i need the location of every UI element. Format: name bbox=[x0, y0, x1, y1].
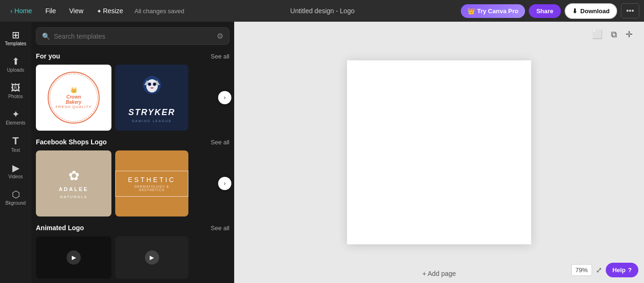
videos-icon: ▶ bbox=[12, 163, 19, 173]
resize-icon: ✦ bbox=[97, 8, 103, 15]
templates-icon: ⊞ bbox=[12, 30, 20, 40]
animated-logo-see-all[interactable]: See all bbox=[211, 225, 229, 232]
stryker-sub: GAMING LEAGUE bbox=[132, 119, 172, 123]
esthetic-sub: dermatology & aesthetics bbox=[125, 185, 178, 191]
animated-logo-title: Animated Logo bbox=[36, 224, 84, 232]
adalee-flower-icon: ✿ bbox=[68, 168, 79, 183]
facebook-shops-row: ✿ ADALEE NATURALS ESTHETIC dermatology &… bbox=[36, 150, 229, 216]
crown-bakery-text1: CrownBakery bbox=[66, 94, 81, 105]
help-button[interactable]: Help ? bbox=[606, 263, 638, 277]
canvas-area: ⬜ ⧉ ✛ + Add page 79% ⤢ Help ? bbox=[234, 22, 644, 283]
play-icon-2: ▶ bbox=[145, 250, 159, 265]
for-you-title: For you bbox=[36, 52, 60, 60]
design-title: Untitled design - Logo bbox=[186, 7, 458, 15]
sidebar-item-templates[interactable]: ⊞ Templates bbox=[1, 25, 30, 51]
search-input[interactable] bbox=[54, 33, 213, 40]
fullscreen-button[interactable]: ⤢ bbox=[596, 266, 602, 275]
facebook-shops-see-all[interactable]: See all bbox=[211, 139, 229, 146]
adalee-text2: NATURALS bbox=[60, 195, 87, 199]
zoom-level[interactable]: 79% bbox=[571, 264, 592, 276]
uploads-icon: ⬆ bbox=[12, 57, 20, 66]
for-you-row: 👑 CrownBakery FRESH QUALITY bbox=[36, 65, 229, 131]
template-card-crown-bakery[interactable]: 👑 CrownBakery FRESH QUALITY bbox=[36, 65, 111, 131]
animated-logo-row: ▶ ▶ bbox=[36, 236, 229, 279]
for-you-next-button[interactable]: › bbox=[218, 91, 231, 104]
search-icon: 🔍 bbox=[42, 33, 50, 40]
navbar: ‹ Home File View ✦ Resize All changes sa… bbox=[0, 0, 644, 22]
canvas-tool-1[interactable]: ⬜ bbox=[590, 27, 604, 42]
facebook-shops-next-button[interactable]: › bbox=[218, 177, 231, 190]
search-bar: 🔍 ⚙ bbox=[36, 27, 229, 45]
chevron-left-icon: ‹ bbox=[10, 7, 13, 15]
text-icon: T bbox=[12, 136, 18, 146]
bottom-controls: 79% ⤢ Help ? bbox=[571, 263, 638, 277]
download-button[interactable]: ⬇ Download bbox=[565, 3, 617, 19]
template-card-stryker[interactable]: STRYKER GAMING LEAGUE bbox=[115, 65, 188, 131]
nav-actions: 👑 Try Canva Pro Share ⬇ Download ••• bbox=[461, 3, 640, 19]
share-button[interactable]: Share bbox=[529, 4, 561, 18]
play-icon-1: ▶ bbox=[67, 250, 81, 265]
add-page-button[interactable]: + Add page bbox=[422, 270, 456, 277]
facebook-shops-section-header: Facebook Shops Logo See all bbox=[36, 138, 229, 146]
nav-resize[interactable]: ✦ Resize bbox=[91, 4, 129, 17]
sidebar-item-videos[interactable]: ▶ Videos bbox=[1, 158, 30, 184]
for-you-section-header: For you See all bbox=[36, 52, 229, 60]
nav-file[interactable]: File bbox=[40, 4, 62, 17]
svg-point-1 bbox=[146, 79, 158, 92]
template-card-anim1[interactable]: ▶ bbox=[36, 236, 111, 279]
crown-bakery-design: 👑 CrownBakery FRESH QUALITY bbox=[48, 72, 100, 124]
nav-view[interactable]: View bbox=[63, 4, 89, 17]
animated-logo-section-header: Animated Logo See all bbox=[36, 224, 229, 232]
template-card-esthetic[interactable]: ESTHETIC dermatology & aesthetics bbox=[115, 150, 188, 216]
templates-panel: 🔍 ⚙ For you See all 👑 CrownBakery FRESH … bbox=[31, 22, 234, 283]
elements-icon: ✦ bbox=[12, 109, 20, 119]
photos-icon: 🖼 bbox=[11, 83, 20, 92]
sidebar-item-background[interactable]: ⬡ Bkground bbox=[1, 185, 30, 210]
help-question-icon: ? bbox=[628, 266, 632, 274]
sidebar-item-uploads[interactable]: ⬆ Uploads bbox=[1, 52, 30, 77]
nav-home[interactable]: ‹ Home bbox=[5, 4, 38, 17]
svg-point-7 bbox=[153, 83, 155, 85]
esthetic-design: ESTHETIC dermatology & aesthetics bbox=[115, 171, 188, 197]
more-options-button[interactable]: ••• bbox=[621, 3, 639, 18]
canvas-tool-3[interactable]: ✛ bbox=[624, 27, 635, 42]
sidebar-item-elements[interactable]: ✦ Elements bbox=[1, 105, 30, 130]
stryker-wolf-icon bbox=[136, 73, 169, 106]
esthetic-text: ESTHETIC bbox=[128, 176, 176, 183]
adalee-text1: ADALEE bbox=[59, 186, 88, 192]
background-icon: ⬡ bbox=[12, 190, 20, 199]
sidebar: ⊞ Templates ⬆ Uploads 🖼 Photos ✦ Element… bbox=[0, 22, 31, 283]
try-canva-pro-button[interactable]: 👑 Try Canva Pro bbox=[461, 4, 525, 18]
template-card-anim2[interactable]: ▶ bbox=[115, 236, 188, 279]
svg-point-8 bbox=[151, 87, 153, 89]
sidebar-item-text[interactable]: T Text bbox=[1, 131, 30, 158]
download-icon: ⬇ bbox=[572, 8, 577, 15]
bakery-crown-icon: 👑 bbox=[70, 87, 77, 93]
sidebar-item-photos[interactable]: 🖼 Photos bbox=[1, 78, 30, 104]
canvas-tool-2[interactable]: ⧉ bbox=[609, 27, 619, 42]
main-layout: ⊞ Templates ⬆ Uploads 🖼 Photos ✦ Element… bbox=[0, 22, 644, 283]
crown-bakery-text2: FRESH QUALITY bbox=[56, 105, 92, 109]
template-card-adalee[interactable]: ✿ ADALEE NATURALS bbox=[36, 150, 111, 216]
filter-icon[interactable]: ⚙ bbox=[217, 32, 223, 41]
for-you-see-all[interactable]: See all bbox=[211, 53, 229, 60]
save-status: All changes saved bbox=[135, 8, 185, 15]
canvas-page bbox=[347, 60, 531, 244]
stryker-text: STRYKER bbox=[128, 108, 176, 117]
canvas-toolbar: ⬜ ⧉ ✛ bbox=[590, 27, 635, 42]
crown-icon: 👑 bbox=[467, 8, 475, 15]
facebook-shops-title: Facebook Shops Logo bbox=[36, 138, 107, 146]
svg-point-6 bbox=[149, 83, 151, 85]
